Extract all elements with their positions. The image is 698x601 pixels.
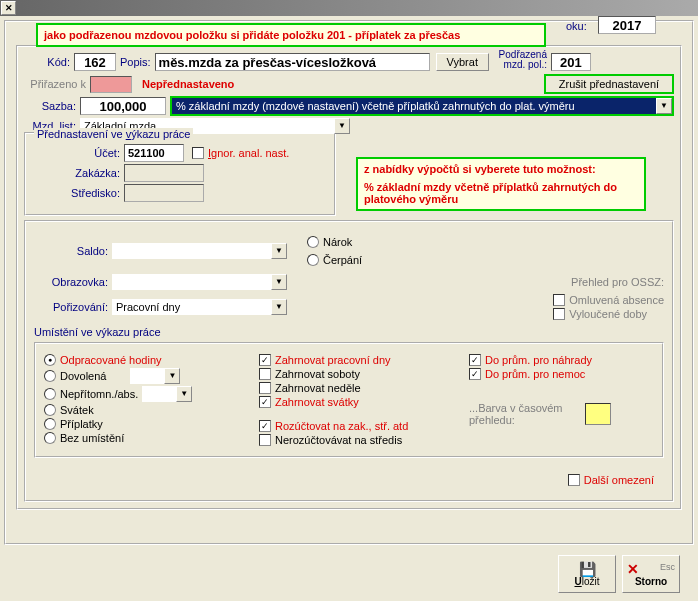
svatek-radio[interactable] — [44, 404, 56, 416]
nepr-dd[interactable]: ▼ — [142, 386, 192, 402]
prirazeno-label: Přiřazeno k — [24, 78, 90, 90]
sazba-label: Sazba: — [24, 100, 80, 112]
stredisko-label: Středisko: — [34, 187, 124, 199]
vyloucene-checkbox[interactable] — [553, 308, 565, 320]
ucet-label: Účet: — [34, 147, 124, 159]
chevron-down-icon[interactable]: ▼ — [271, 299, 287, 315]
odprac-radio[interactable] — [44, 354, 56, 366]
color-swatch[interactable] — [585, 403, 611, 425]
zakazka-field[interactable] — [124, 164, 204, 182]
kod-label: Kód: — [24, 56, 74, 68]
chevron-down-icon[interactable]: ▼ — [271, 243, 287, 259]
umisteni-label: Umístění ve výkazu práce — [34, 326, 664, 338]
nerozuct-checkbox[interactable] — [259, 434, 271, 446]
obrazovka-label: Obrazovka: — [34, 276, 112, 288]
bottom-bar: 💾 Uložit ✕ Esc Storno — [558, 555, 680, 593]
cancel-icon: ✕ — [627, 562, 639, 576]
year-field[interactable]: 2017 — [598, 16, 656, 34]
neprednastaveno-text: Nepřednastaveno — [132, 78, 234, 90]
ucet-field[interactable]: 521100 — [124, 144, 184, 162]
zahrsob-checkbox[interactable] — [259, 368, 271, 380]
zahrprac-checkbox[interactable] — [259, 354, 271, 366]
nepr-radio[interactable] — [44, 388, 56, 400]
chevron-down-icon[interactable]: ▼ — [334, 118, 350, 134]
main-group: Kód: 162 Popis: měs.mzda za přesčas-více… — [16, 45, 682, 510]
ulozit-button[interactable]: 💾 Uložit — [558, 555, 616, 593]
donahr-checkbox[interactable] — [469, 354, 481, 366]
sazba-field[interactable]: 100,000 — [80, 97, 166, 115]
year-label: oku: — [566, 20, 591, 32]
chevron-down-icon[interactable]: ▼ — [271, 274, 287, 290]
dalsi-checkbox[interactable] — [568, 474, 580, 486]
cerpani-radio[interactable] — [307, 254, 319, 266]
chevron-down-icon[interactable]: ▼ — [164, 368, 180, 384]
sazba-dropdown[interactable]: % základní mzdy (mzdové nastavení) včetn… — [170, 96, 674, 116]
barva-label: ...Barva v časovém přehledu: — [469, 402, 579, 426]
prirazeno-field — [90, 76, 132, 93]
saldo-dropdown[interactable]: ▼ — [112, 243, 287, 259]
ulozit-text: ložit — [582, 576, 600, 587]
fieldset-umisteni: Odpracované hodiny Dovolená ▼ Nepřítomn.… — [34, 342, 664, 458]
omluvena-checkbox[interactable] — [553, 294, 565, 306]
zrusit-button[interactable]: Zrušit přednastavení — [544, 74, 674, 94]
popis-label: Popis: — [116, 56, 155, 68]
zahrsva-checkbox[interactable] — [259, 396, 271, 408]
dovolena-radio[interactable] — [44, 370, 56, 382]
zakazka-label: Zakázka: — [34, 167, 124, 179]
storno-button[interactable]: ✕ Esc Storno — [622, 555, 680, 593]
vybrat-button[interactable]: Vybrat — [436, 53, 489, 71]
obrazovka-dropdown[interactable]: ▼ — [112, 274, 287, 290]
zahrned-checkbox[interactable] — [259, 382, 271, 394]
save-icon: 💾 — [579, 562, 596, 576]
podrazena-label: Podřazená mzd. pol.: — [489, 50, 551, 70]
narok-radio[interactable] — [307, 236, 319, 248]
close-icon[interactable]: ✕ — [1, 1, 16, 15]
popis-field[interactable]: měs.mzda za přesčas-vícesložková — [155, 53, 430, 71]
ignor-label: Ignor. anal. nast. — [208, 147, 293, 159]
fieldset-title: Přednastavení ve výkazu práce — [34, 128, 193, 140]
fieldset-main: Saldo: ▼ Nárok Čerpání Obrazovka: ▼ — [24, 220, 674, 502]
bez-radio[interactable] — [44, 432, 56, 444]
tooltip-top: jako podřazenou mzdovou položku si přidá… — [36, 23, 546, 47]
rozuct-checkbox[interactable] — [259, 420, 271, 432]
chevron-down-icon[interactable]: ▼ — [176, 386, 192, 402]
podrazena-field[interactable]: 201 — [551, 53, 591, 71]
porizovani-dropdown[interactable]: Pracovní dny ▼ — [112, 299, 287, 315]
donemoc-checkbox[interactable] — [469, 368, 481, 380]
ignor-checkbox[interactable] — [192, 147, 204, 159]
tooltip-right: z nabídky výpočtů si vyberete tuto možno… — [356, 157, 646, 211]
dovolena-dd[interactable]: ▼ — [130, 368, 180, 384]
titlebar: ✕ — [0, 0, 698, 16]
chevron-down-icon[interactable]: ▼ — [656, 98, 672, 114]
prehled-ossz-label: Přehled pro OSSZ: — [571, 276, 664, 288]
priplatky-radio[interactable] — [44, 418, 56, 430]
porizovani-label: Pořizování: — [34, 301, 112, 313]
outer-panel: oku: 2017 Kód: 162 Popis: měs.mzda za př… — [4, 20, 694, 545]
fieldset-prednastaveni: Přednastavení ve výkazu práce Účet: 5211… — [24, 132, 336, 216]
stredisko-field[interactable] — [124, 184, 204, 202]
saldo-label: Saldo: — [34, 245, 112, 257]
kod-field[interactable]: 162 — [74, 53, 116, 71]
